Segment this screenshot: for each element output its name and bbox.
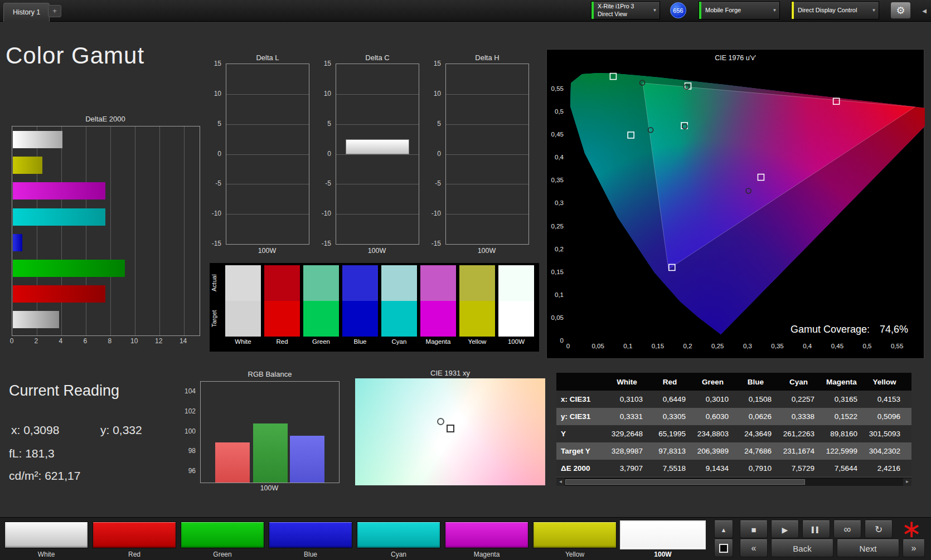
table-horizontal-scrollbar[interactable]: ◄ ► xyxy=(556,478,911,486)
deltae2000-gridline xyxy=(135,126,135,335)
table-cell: 329,2648 xyxy=(605,425,648,442)
table-cell: 0,6449 xyxy=(648,391,691,408)
delta_c-yaxis: 151050-5-10-15 xyxy=(317,64,334,244)
chevron-down-icon: ▼ xyxy=(869,8,879,13)
window-icon xyxy=(719,544,728,553)
delta-h-chart: Delta H 151050-5-10-15 100W xyxy=(426,53,529,257)
cie1976-ytick: 0 xyxy=(560,337,564,344)
cie1976-title: CIE 1976 u'v' xyxy=(547,54,924,62)
meter-line1: X-Rite i1Pro 3 xyxy=(598,3,648,10)
deltae2000-xtick: 2 xyxy=(35,337,38,345)
cie1931-plot xyxy=(355,378,545,485)
deltae2000-xtick: 14 xyxy=(180,337,187,345)
table-cell: 6 xyxy=(906,442,911,460)
delta_h-ytick: -5 xyxy=(425,179,441,187)
table-cell: 0,3103 xyxy=(605,391,648,408)
refresh-button[interactable]: ↻ xyxy=(865,520,893,538)
pattern-button-100w[interactable]: 100W xyxy=(621,522,705,558)
cie1976-ytick: 0,15 xyxy=(551,269,564,275)
pattern-button-blue[interactable]: Blue xyxy=(269,522,352,558)
table-header-cell: White xyxy=(605,373,648,391)
rgb-balance-chart: RGB Balance 9698100102104 100W xyxy=(181,370,341,495)
play-button[interactable]: ▶ xyxy=(771,520,799,538)
chevron-down-icon: ▼ xyxy=(650,8,660,13)
cie1931-target-marker xyxy=(447,425,454,432)
pattern-button-cyan[interactable]: Cyan xyxy=(357,522,440,558)
cie1976-ytick: 0,2 xyxy=(555,246,564,252)
deltae2000-gridline xyxy=(110,126,111,335)
cie1976-ytick: 0,5 xyxy=(555,108,564,115)
table-row: Y329,264865,1995234,880324,3649261,22638… xyxy=(556,425,911,442)
table-cell: 6 xyxy=(906,425,911,442)
meter-line2: Direct View xyxy=(598,11,648,18)
pattern-button-green[interactable]: Green xyxy=(181,522,264,558)
table-cell: 24,7686 xyxy=(734,442,777,460)
table-cell: 0,4153 xyxy=(863,391,906,408)
scroll-left-icon[interactable]: ◄ xyxy=(556,478,565,486)
swatch-actual xyxy=(459,265,495,301)
collapse-left-icon: ◀ xyxy=(922,8,927,14)
swatch-target xyxy=(264,301,300,337)
table-row-label: ΔE 2000 xyxy=(556,460,605,477)
delta_c-ytick: 0 xyxy=(316,150,331,158)
stop-button[interactable]: ■ xyxy=(740,520,768,538)
pattern-swatch xyxy=(621,522,705,548)
back-chevrons-button[interactable]: « xyxy=(740,539,768,557)
table-cell: 3,7907 xyxy=(605,460,648,477)
pattern-button-yellow[interactable]: Yellow xyxy=(533,522,617,558)
table-header-cell xyxy=(556,373,605,391)
meter-dropdown[interactable]: X-Rite i1Pro 3 Direct View ▼ xyxy=(591,1,660,20)
swatch-actual xyxy=(225,265,261,301)
rgb_balance-yaxis: 9698100102104 xyxy=(181,381,199,482)
table-cell: 261,2263 xyxy=(777,425,820,442)
add-tab-button[interactable]: + xyxy=(48,5,61,17)
cie1976-ytick: 0,4 xyxy=(555,154,564,160)
swatch-actual xyxy=(264,265,300,301)
gamut-coverage: Gamut Coverage:74,6% xyxy=(791,324,908,335)
scroll-right-icon[interactable]: ► xyxy=(903,478,911,486)
table-cell: 7,5729 xyxy=(777,460,820,477)
display-control-dropdown[interactable]: Direct Display Control ▼ xyxy=(791,1,879,20)
pause-button[interactable]: ▌▌ xyxy=(802,520,830,538)
swatch-target xyxy=(225,301,261,337)
table-row-label: x: CIE31 xyxy=(556,391,605,408)
pattern-swatch xyxy=(445,522,528,548)
up-button[interactable]: ▲ xyxy=(714,520,733,538)
swatch-actual xyxy=(303,265,339,301)
tab-history-1[interactable]: History 1 xyxy=(3,3,50,22)
swatch-column-green: Green xyxy=(303,265,339,347)
measurement-count-badge: 656 xyxy=(670,2,686,18)
pattern-button-magenta[interactable]: Magenta xyxy=(445,522,528,558)
reading-fl-value: fL: 181,3 xyxy=(9,447,55,460)
cie1976-xtick: 0,3 xyxy=(743,343,752,349)
pattern-label: Blue xyxy=(269,551,352,558)
delta_h-ytick: 15 xyxy=(425,60,441,67)
table-row: ΔE 20003,79077,55189,14340,79107,57297,5… xyxy=(556,460,911,477)
table-cell: 24,3649 xyxy=(734,425,777,442)
delta_l-gridline xyxy=(226,94,309,95)
delta-l-xlabel: 100W xyxy=(226,247,308,255)
continuous-button[interactable]: ∞ xyxy=(833,520,861,538)
deltae2000-bar-yellow xyxy=(13,157,42,174)
collapse-panel-button[interactable]: ◀ xyxy=(920,5,929,17)
table-header-cell: Blue xyxy=(734,373,777,391)
rgb-balance-ytick: 98 xyxy=(180,447,196,455)
delta_c-ytick: 5 xyxy=(316,120,331,128)
source-dropdown[interactable]: Mobile Forge ▼ xyxy=(699,1,780,20)
table-header-cell: Cyan xyxy=(777,373,820,391)
pattern-button-white[interactable]: White xyxy=(4,522,88,558)
swatch-column-yellow: Yellow xyxy=(459,265,495,347)
back-button[interactable]: Back xyxy=(771,539,833,557)
pattern-window-button[interactable] xyxy=(714,539,733,557)
table-cell: 0,2257 xyxy=(777,391,820,408)
delta_h-ytick: 0 xyxy=(425,150,441,158)
delta_l-gridline xyxy=(226,154,309,155)
scrollbar-thumb[interactable] xyxy=(565,479,805,485)
alert-asterisk-icon: ∗ xyxy=(896,516,927,542)
delta_l-ytick: -10 xyxy=(206,210,221,217)
pattern-button-red[interactable]: Red xyxy=(93,522,176,558)
next-button[interactable]: Next xyxy=(837,539,899,557)
rgb-balance-bar-blue xyxy=(290,436,324,483)
swatch-label: Red xyxy=(264,337,300,347)
settings-button[interactable]: ⚙ xyxy=(890,2,911,19)
